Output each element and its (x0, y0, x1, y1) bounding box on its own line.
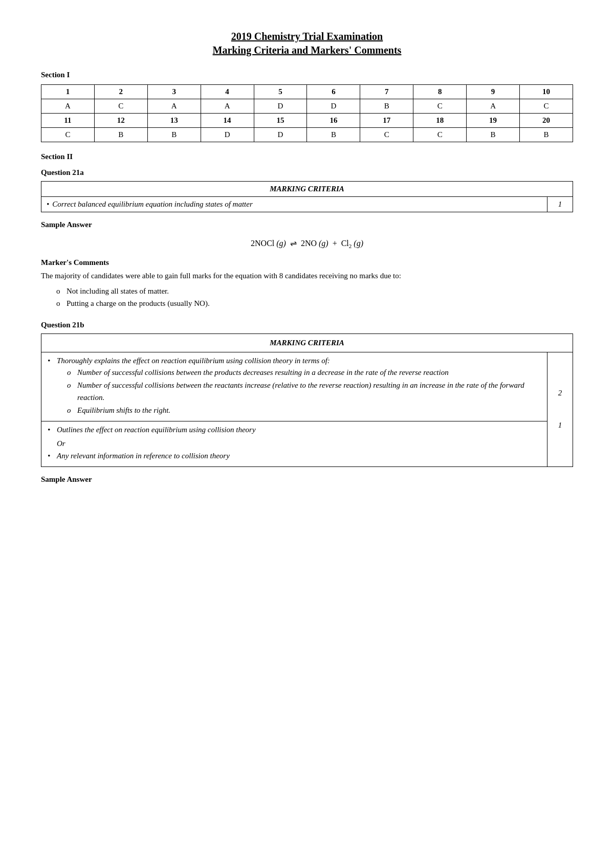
q11-header: 11 (41, 114, 95, 128)
q12-header: 12 (94, 114, 147, 128)
section1-table: 1 2 3 4 5 6 7 8 9 10 A C A A D D B C A C… (41, 84, 573, 142)
main-bullet-2: Outlines the effect on reaction equilibr… (47, 424, 542, 436)
main-bullet-3: Any relevant information in reference to… (47, 450, 542, 462)
q3-answer: A (147, 99, 201, 114)
q1-answer: A (41, 99, 95, 114)
question21b-heading: Question 21b (41, 321, 573, 329)
q17-answer: C (360, 128, 413, 142)
q19-header: 19 (467, 114, 520, 128)
criteria-data-row: •Correct balanced equilibrium equation i… (41, 197, 573, 212)
question21a-heading: Question 21a (41, 168, 573, 177)
q20-header: 20 (520, 114, 573, 128)
q12-answer: B (94, 128, 147, 142)
q14-answer: D (201, 128, 254, 142)
q1-header: 1 (41, 85, 95, 99)
page-header: 2019 Chemistry Trial Examination Marking… (41, 31, 573, 56)
or-text: Or (47, 438, 542, 450)
sub-bullet-list-1: Number of successful collisions between … (66, 367, 542, 416)
main-bullet-list-3: Any relevant information in reference to… (47, 450, 542, 462)
page-title: 2019 Chemistry Trial Examination (41, 31, 573, 42)
q21b-criteria-content2: Outlines the effect on reaction equilibr… (41, 421, 547, 467)
criteria-score: 1 (547, 197, 573, 212)
page-subtitle: Marking Criteria and Markers' Comments (41, 44, 573, 56)
q10-answer: C (520, 99, 573, 114)
q21b-criteria-content1: Thoroughly explains the effect on reacti… (41, 352, 547, 421)
sub-bullet-1-3: Equilibrium shifts to the right. (66, 405, 542, 416)
q21b-score-combined: 2 1 (547, 352, 573, 466)
q7-answer: B (360, 99, 413, 114)
q9-header: 9 (467, 85, 520, 99)
q21a-equation: 2NOCl (g) ⇌ 2NO (g) + Cl2 (g) (41, 238, 573, 249)
criteria-header-row: MARKING CRITERIA (41, 182, 573, 197)
q21a-sample-answer-heading: Sample Answer (41, 220, 573, 229)
q15-answer: D (254, 128, 307, 142)
q7-header: 7 (360, 85, 413, 99)
table-row-headers1: 1 2 3 4 5 6 7 8 9 10 (41, 85, 573, 99)
q21a-criteria-table: MARKING CRITERIA •Correct balanced equil… (41, 181, 573, 212)
q21b-criteria-header-row: MARKING CRITERIA (41, 333, 573, 352)
q18-header: 18 (413, 114, 467, 128)
main-bullet-1: Thoroughly explains the effect on reacti… (47, 355, 542, 416)
q21b-criteria-header: MARKING CRITERIA (41, 333, 573, 352)
q8-answer: C (413, 99, 467, 114)
section2-heading: Section II (41, 152, 573, 161)
q20-answer: B (520, 128, 573, 142)
bullet-item-2: Putting a charge on the products (usuall… (56, 297, 573, 309)
q13-answer: B (147, 128, 201, 142)
table-row-headers2: 11 12 13 14 15 16 17 18 19 20 (41, 114, 573, 128)
sub-bullet-1-2: Number of successful collisions between … (66, 380, 542, 404)
table-row-answers1: A C A A D D B C A C (41, 99, 573, 114)
q16-header: 16 (307, 114, 360, 128)
q9-answer: A (467, 99, 520, 114)
criteria-text: •Correct balanced equilibrium equation i… (41, 197, 547, 212)
criteria-header: MARKING CRITERIA (41, 182, 573, 197)
section1-heading: Section I (41, 71, 573, 79)
q6-header: 6 (307, 85, 360, 99)
q8-header: 8 (413, 85, 467, 99)
q21a-markers-text: The majority of candidates were able to … (41, 270, 573, 282)
q10-header: 10 (520, 85, 573, 99)
q19-answer: B (467, 128, 520, 142)
q4-header: 4 (201, 85, 254, 99)
q6-answer: D (307, 99, 360, 114)
q2-answer: C (94, 99, 147, 114)
main-bullet-list-2: Outlines the effect on reaction equilibr… (47, 424, 542, 436)
q21a-bullets-list: Not including all states of matter. Putt… (56, 285, 573, 309)
q17-header: 17 (360, 114, 413, 128)
q15-header: 15 (254, 114, 307, 128)
q21b-criteria-row1: Thoroughly explains the effect on reacti… (41, 352, 573, 421)
q14-header: 14 (201, 114, 254, 128)
q3-header: 3 (147, 85, 201, 99)
q11-answer: C (41, 128, 95, 142)
q13-header: 13 (147, 114, 201, 128)
q4-answer: A (201, 99, 254, 114)
q2-header: 2 (94, 85, 147, 99)
q21b-sample-answer-heading: Sample Answer (41, 475, 573, 484)
q21a-markers-heading: Marker's Comments (41, 258, 573, 267)
sub-bullet-1-1: Number of successful collisions between … (66, 367, 542, 379)
q5-header: 5 (254, 85, 307, 99)
q21b-criteria-row2: Outlines the effect on reaction equilibr… (41, 421, 573, 467)
table-row-answers2: C B B D D B C C B B (41, 128, 573, 142)
q16-answer: B (307, 128, 360, 142)
main-bullet-list: Thoroughly explains the effect on reacti… (47, 355, 542, 416)
q18-answer: C (413, 128, 467, 142)
q21b-criteria-table: MARKING CRITERIA Thoroughly explains the… (41, 333, 573, 467)
q5-answer: D (254, 99, 307, 114)
bullet-item-1: Not including all states of matter. (56, 285, 573, 297)
